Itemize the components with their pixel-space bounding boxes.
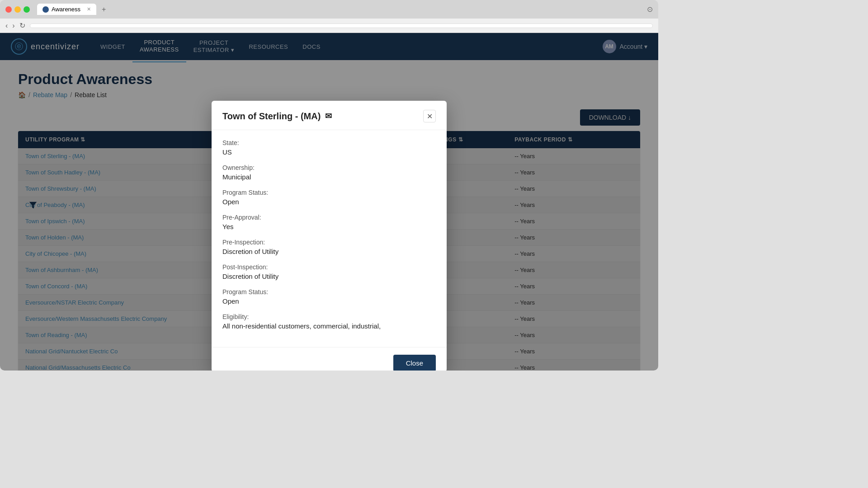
modal-field-label-5: Post-Inspection: xyxy=(222,263,436,271)
modal-field: Pre-Approval: Yes xyxy=(222,214,436,230)
modal-field: Post-Inspection: Discretion of Utility xyxy=(222,263,436,280)
modal-close-button[interactable]: ✕ xyxy=(423,110,436,122)
modal-field-value-5: Discretion of Utility xyxy=(222,272,436,280)
modal-field-value-4: Discretion of Utility xyxy=(222,248,436,255)
new-tab-button[interactable]: + xyxy=(102,5,106,14)
modal-field-label-1: Ownership: xyxy=(222,164,436,171)
tab-close-button[interactable]: ✕ xyxy=(87,6,91,12)
tab-title: Awareness xyxy=(52,6,80,13)
modal-field: Program Status: Open xyxy=(222,189,436,206)
modal-field: Ownership: Municipal xyxy=(222,164,436,181)
modal-field: Eligibility: All non-residential custome… xyxy=(222,313,436,330)
modal-field-value-1: Municipal xyxy=(222,173,436,181)
modal-field-label-2: Program Status: xyxy=(222,189,436,196)
back-button[interactable]: ‹ xyxy=(5,22,8,30)
modal-close-footer-button[interactable]: Close xyxy=(393,355,436,371)
tab-favicon xyxy=(42,6,49,13)
modal-field-value-6: Open xyxy=(222,297,436,305)
modal-footer: Close xyxy=(212,347,447,371)
modal-field-label-3: Pre-Approval: xyxy=(222,214,436,221)
modal-field-value-7: All non-residential customers, commercia… xyxy=(222,322,436,330)
minimize-window-dot[interactable] xyxy=(14,6,21,13)
modal-field: Pre-Inspection: Discretion of Utility xyxy=(222,239,436,255)
modal-field: State: US xyxy=(222,139,436,156)
modal-field-label-7: Eligibility: xyxy=(222,313,436,320)
modal-title-icon: ✉ xyxy=(325,111,332,121)
modal-field-value-3: Yes xyxy=(222,223,436,230)
modal-field-label-4: Pre-Inspection: xyxy=(222,239,436,246)
modal-title-text: Town of Sterling - (MA) xyxy=(222,111,321,122)
modal-field-value-2: Open xyxy=(222,198,436,206)
window-controls[interactable] xyxy=(5,6,30,13)
url-input[interactable] xyxy=(30,23,653,28)
modal-field-value-0: US xyxy=(222,148,436,156)
close-window-dot[interactable] xyxy=(5,6,12,13)
modal-overlay[interactable]: Town of Sterling - (MA) ✉ ✕ State: US Ow… xyxy=(0,33,658,371)
modal-header: Town of Sterling - (MA) ✉ ✕ xyxy=(212,101,447,130)
refresh-button[interactable]: ↻ xyxy=(19,21,25,30)
modal-title: Town of Sterling - (MA) ✉ xyxy=(222,111,332,122)
forward-button[interactable]: › xyxy=(12,22,14,30)
browser-tab[interactable]: Awareness ✕ xyxy=(37,4,96,15)
modal-field: Program Status: Open xyxy=(222,288,436,305)
maximize-window-dot[interactable] xyxy=(24,6,30,13)
modal-field-label-6: Program Status: xyxy=(222,288,436,296)
modal-dialog: Town of Sterling - (MA) ✉ ✕ State: US Ow… xyxy=(212,101,447,371)
modal-body: State: US Ownership: Municipal Program S… xyxy=(212,130,447,347)
modal-field-label-0: State: xyxy=(222,139,436,146)
extensions-icon: ⊙ xyxy=(647,5,653,14)
